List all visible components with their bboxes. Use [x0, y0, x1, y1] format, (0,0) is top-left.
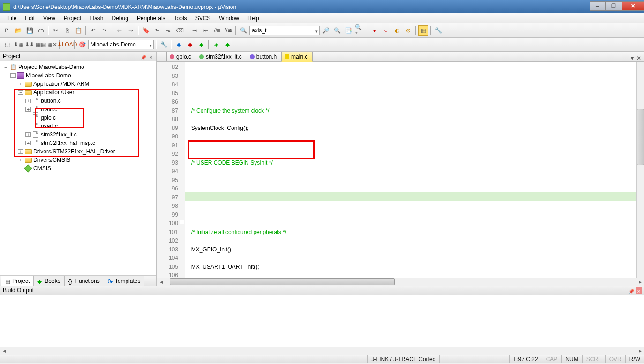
- find-next-icon[interactable]: 🔎: [321, 25, 331, 36]
- status-rw: R/W: [625, 355, 644, 363]
- menu-flash[interactable]: Flash: [86, 14, 107, 23]
- tree-target[interactable]: −MiaowLabs-Demo: [1, 71, 154, 80]
- undo-icon[interactable]: ↶: [88, 25, 98, 36]
- build-hscroll[interactable]: ◂▸: [0, 347, 644, 355]
- code-source[interactable]: /* Configure the system clock */ SystemC…: [185, 62, 636, 278]
- menu-peripherals[interactable]: Peripherals: [133, 14, 169, 23]
- bp-insert-icon[interactable]: ○: [381, 25, 391, 36]
- tree-file-usart[interactable]: usart.c: [1, 122, 154, 130]
- menu-edit[interactable]: Edit: [21, 14, 38, 23]
- indent-icon[interactable]: ⇥: [189, 25, 200, 36]
- vertical-scrollbar[interactable]: [636, 62, 644, 278]
- bp-kill-icon[interactable]: ⊘: [403, 25, 413, 36]
- bp-enable-icon[interactable]: ◐: [392, 25, 402, 36]
- redo-icon[interactable]: ↷: [99, 25, 110, 36]
- fold-marker-icon[interactable]: −: [180, 220, 184, 224]
- menu-tools[interactable]: Tools: [170, 14, 191, 23]
- manage-books-icon[interactable]: ◆: [173, 39, 184, 50]
- outdent-icon[interactable]: ⇤: [201, 25, 211, 36]
- nav-fwd-icon[interactable]: ⇒: [126, 25, 136, 36]
- paste-icon[interactable]: 📋: [73, 25, 83, 36]
- configure-icon[interactable]: 🔧: [433, 25, 443, 36]
- menu-help[interactable]: Help: [244, 14, 263, 23]
- new-file-icon[interactable]: 🗋: [2, 25, 12, 36]
- tab-books[interactable]: ◆Books: [33, 276, 64, 286]
- tab-button[interactable]: button.h: [247, 52, 282, 61]
- menu-project[interactable]: Project: [60, 14, 85, 23]
- bookmark-prev-icon[interactable]: ⬑: [152, 25, 162, 36]
- build-pane-pin-icon[interactable]: 📌: [628, 287, 635, 294]
- tree-file-halmsp[interactable]: +stm32f1xx_hal_msp.c: [1, 139, 154, 147]
- tree-root[interactable]: −📋Project: MiaowLabs-Demo: [1, 63, 154, 71]
- file-ext-icon[interactable]: ◆: [185, 39, 195, 50]
- debug-start-icon[interactable]: ●: [369, 25, 380, 36]
- uncomment-icon[interactable]: //≢: [223, 25, 233, 36]
- batch-build-icon[interactable]: ▦▦: [36, 39, 46, 50]
- cut-icon[interactable]: ✂: [51, 25, 61, 36]
- tab-menu-icon[interactable]: ▾: [631, 55, 634, 61]
- tab-main[interactable]: main.c: [281, 52, 313, 62]
- find-combo[interactable]: axis_t: [249, 26, 320, 35]
- tree-group-mdkarm[interactable]: +Application/MDK-ARM: [1, 80, 154, 88]
- project-tree[interactable]: −📋Project: MiaowLabs-Demo −MiaowLabs-Dem…: [0, 61, 156, 275]
- find-scope-icon[interactable]: 🔍: [238, 25, 248, 36]
- tab-project[interactable]: ▦Project: [1, 276, 34, 286]
- menu-debug[interactable]: Debug: [108, 14, 132, 23]
- minimize-button[interactable]: ─: [590, 1, 606, 11]
- tab-templates[interactable]: 0▸Templates: [104, 276, 145, 286]
- find-files-icon[interactable]: 📑: [343, 25, 353, 36]
- nav-back-icon[interactable]: ⇐: [114, 25, 125, 36]
- open-file-icon[interactable]: 📂: [13, 25, 23, 36]
- build-output-pane: Build Output 📌 ✕ ◂▸: [0, 286, 644, 355]
- save-all-icon[interactable]: 🗃: [36, 25, 46, 36]
- options-icon[interactable]: 🔧: [158, 39, 169, 50]
- stop-build-icon[interactable]: ▦✕: [47, 39, 57, 50]
- pane-close-icon[interactable]: ✕: [148, 53, 154, 60]
- download-icon[interactable]: ⬇LOAD: [62, 39, 72, 50]
- rebuild-icon[interactable]: ⬇⬇: [24, 39, 35, 50]
- window-layout-icon[interactable]: ▦: [418, 25, 428, 36]
- tree-group-cmsisdrv[interactable]: +Drivers/CMSIS: [1, 156, 154, 164]
- pack-installer-icon[interactable]: ◈: [211, 39, 221, 50]
- window-title: d:\Users\Sone\Desktop\MiaowLabs-Demo\MDK…: [13, 4, 236, 10]
- tree-file-gpio[interactable]: gpio.c: [1, 114, 154, 122]
- bookmark-clear-icon[interactable]: ⌫: [174, 25, 185, 36]
- maximize-button[interactable]: ❐: [606, 1, 622, 11]
- incremental-find-icon[interactable]: 🔍⁺: [354, 25, 365, 36]
- translate-icon[interactable]: ⬚: [2, 39, 12, 50]
- select-packs-icon[interactable]: ◆: [222, 39, 232, 50]
- manage-rte-icon[interactable]: ◆: [196, 39, 206, 50]
- tab-close-icon[interactable]: ✕: [637, 55, 641, 61]
- tree-group-cmsis[interactable]: CMSIS: [1, 164, 154, 173]
- target-combo[interactable]: MiaowLabs-Demo: [88, 40, 154, 49]
- tree-group-user[interactable]: −Application/User: [1, 88, 154, 97]
- menu-file[interactable]: File: [4, 14, 20, 23]
- close-button[interactable]: ✕: [622, 1, 644, 11]
- pane-pin-icon[interactable]: 📌: [140, 53, 147, 60]
- tree-group-haldriver[interactable]: +Drivers/STM32F1xx_HAL_Driver: [1, 147, 154, 156]
- code-editor[interactable]: 8283848586 8788899091 9293949596 9798991…: [157, 62, 644, 278]
- build-output-content[interactable]: [0, 295, 644, 347]
- tab-gpio[interactable]: gpio.c: [166, 52, 196, 61]
- menu-svcs[interactable]: SVCS: [192, 14, 215, 23]
- build-icon[interactable]: ⬇▦: [13, 39, 23, 50]
- tree-file-main[interactable]: +main.c: [1, 105, 154, 114]
- tree-file-button[interactable]: +button.c: [1, 97, 154, 105]
- horizontal-scrollbar[interactable]: ◂▸: [157, 278, 644, 286]
- copy-icon[interactable]: ⎘: [62, 25, 72, 36]
- bookmark-next-icon[interactable]: ⬎: [163, 25, 173, 36]
- build-pane-close-icon[interactable]: ✕: [636, 287, 642, 294]
- project-pane: Project 📌 ✕ −📋Project: MiaowLabs-Demo −M…: [0, 52, 157, 286]
- status-position: L:97 C:22: [509, 355, 542, 363]
- bookmark-icon[interactable]: 🔖: [141, 25, 151, 36]
- comment-icon[interactable]: //≡: [212, 25, 222, 36]
- menu-view[interactable]: View: [39, 14, 59, 23]
- tab-stm32it[interactable]: stm32f1xx_it.c: [196, 52, 247, 61]
- status-scrl: SCRL: [582, 355, 605, 363]
- find-prev-icon[interactable]: 🔍: [332, 25, 342, 36]
- tab-functions[interactable]: {}Functions: [64, 276, 104, 286]
- save-icon[interactable]: 💾: [24, 25, 35, 36]
- target-options-icon[interactable]: 🎯: [77, 39, 87, 50]
- tree-file-it[interactable]: +stm32f1xx_it.c: [1, 130, 154, 139]
- menu-window[interactable]: Window: [215, 14, 243, 23]
